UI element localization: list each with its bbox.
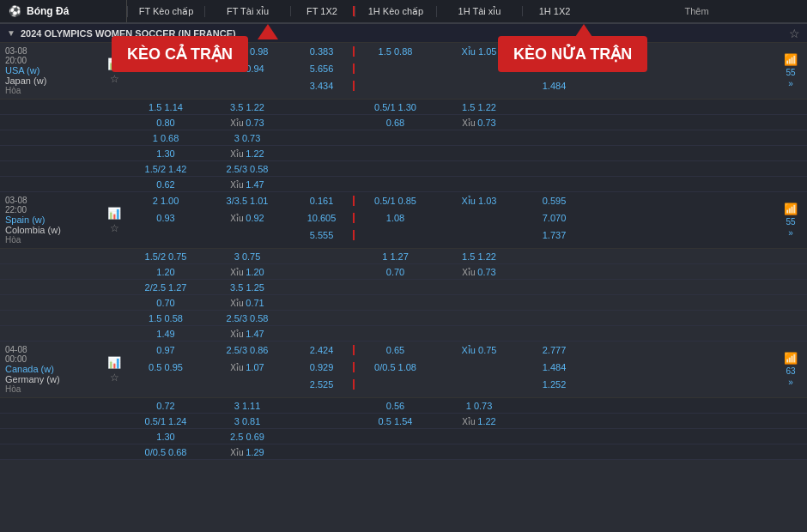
sub-ft-tai-0-3[interactable]: Xỉu 1.22 [204, 148, 290, 159]
sub-h1-tai-2-1[interactable]: Xỉu 1.22 [436, 416, 522, 426]
header-1h-taixiu[interactable]: 1H Tài xỉu [436, 6, 522, 17]
h1-keo-home-1[interactable]: 0.5/1 0.85 [355, 196, 436, 206]
sub-ft-keo-0-4[interactable]: 1.5/2 1.42 [127, 164, 204, 174]
sub-ft-tai-2-2[interactable]: 2.5 0.69 [204, 432, 290, 442]
h1-1x2-away-0[interactable]: 4.242 [522, 63, 586, 74]
sub-h1-keo-2-1[interactable]: 0.5 1.54 [355, 416, 436, 426]
ft-keo-home-1[interactable]: 2 1.00 [127, 196, 204, 206]
sub-h1-keo-2-0[interactable]: 0.56 [355, 401, 436, 411]
ft-keo-away-1[interactable]: 0.93 [127, 213, 204, 223]
sub-ft-keo-0-1[interactable]: 0.80 [127, 118, 204, 128]
chevron-right-icon-0[interactable]: » [788, 79, 793, 88]
h1-1x2-home-0[interactable]: 0.909 [522, 46, 586, 57]
sub-ft-keo-0-2[interactable]: 1 0.68 [127, 133, 204, 143]
header-ft-keochap[interactable]: FT Kèo chấp [127, 6, 204, 17]
sub-h1-tai-0-0[interactable]: 1.5 1.22 [436, 102, 522, 112]
h1-tai-home-0[interactable]: Xỉu 1.05 [436, 46, 522, 57]
sub-ft-keo-2-1[interactable]: 0.5/1 1.24 [127, 416, 204, 426]
sub-ft-keo-1-2[interactable]: 2/2.5 1.27 [127, 282, 204, 293]
sub-ft-tai-0-4[interactable]: 2.5/3 0.58 [204, 164, 290, 174]
ft-1x2-away-2[interactable]: 0.929 [290, 362, 355, 372]
stats-icon-0[interactable]: 📊 [107, 57, 121, 70]
h1-keo-away-2[interactable]: 0/0.5 1.08 [355, 362, 436, 372]
h1-keo-home-2[interactable]: 0.65 [355, 345, 436, 355]
count-badge-1[interactable]: 📶 55 » [774, 192, 807, 248]
sub-ft-tai-1-0[interactable]: 3 0.75 [204, 251, 290, 262]
sub-ft-keo-0-3[interactable]: 1.30 [127, 148, 204, 159]
ft-tai-away-2[interactable]: Xỉu 1.07 [204, 362, 290, 372]
star-icon[interactable]: ☆ [789, 27, 800, 40]
sub-ft-keo-1-0[interactable]: 1.5/2 0.75 [127, 251, 204, 262]
team-home-2[interactable]: Canada (w) [5, 364, 98, 374]
star-icon-1[interactable]: ☆ [110, 222, 119, 234]
stats-icon-1[interactable]: 📊 [107, 207, 121, 220]
star-icon-0[interactable]: ☆ [110, 73, 119, 85]
ft-1x2-away-0[interactable]: 5.656 [290, 63, 355, 74]
ft-1x2-draw-2[interactable]: 2.525 [290, 379, 355, 390]
sub-ft-keo-2-0[interactable]: 0.72 [127, 401, 204, 411]
sub-h1-tai-0-1[interactable]: Xỉu 0.73 [436, 118, 522, 128]
chevron-right-icon-2[interactable]: » [788, 378, 793, 387]
sub-ft-keo-2-2[interactable]: 1.30 [127, 432, 204, 442]
header-them[interactable]: Thêm [586, 6, 807, 16]
sub-ft-tai-2-3[interactable]: Xỉu 1.29 [204, 447, 290, 457]
sub-ft-tai-0-5[interactable]: Xỉu 1.47 [204, 179, 290, 190]
ft-tai-home-1[interactable]: 3/3.5 1.01 [204, 196, 290, 206]
sub-ft-tai-1-4[interactable]: 2.5/3 0.58 [204, 313, 290, 323]
sub-ft-tai-2-1[interactable]: 3 0.81 [204, 416, 290, 426]
sub-ft-tai-0-0[interactable]: 3.5 1.22 [204, 102, 290, 112]
ft-keo-home-0[interactable]: 1/1.5 0.90 [127, 46, 204, 57]
team-home-1[interactable]: Spain (w) [5, 215, 98, 225]
h1-1x2-draw-2[interactable]: 1.252 [522, 379, 586, 390]
h1-tai-home-2[interactable]: Xỉu 0.75 [436, 345, 522, 356]
h1-1x2-draw-0[interactable]: 1.484 [522, 81, 586, 91]
sub-ft-keo-0-0[interactable]: 1.5 1.14 [127, 102, 204, 112]
header-1h-keochap[interactable]: 1H Kèo chấp [355, 6, 436, 17]
sub-h1-tai-1-1[interactable]: Xỉu 0.73 [436, 267, 522, 277]
chevron-right-icon-1[interactable]: » [788, 228, 793, 238]
team-away-2[interactable]: Germany (w) [5, 374, 98, 384]
ft-1x2-draw-0[interactable]: 3.434 [290, 81, 355, 91]
ft-1x2-home-0[interactable]: 0.383 [290, 46, 355, 57]
sub-h1-keo-0-1[interactable]: 0.68 [355, 118, 436, 128]
h1-1x2-home-1[interactable]: 0.595 [522, 196, 586, 206]
sub-ft-keo-1-3[interactable]: 0.70 [127, 298, 204, 308]
sub-ft-keo-0-5[interactable]: 0.62 [127, 179, 204, 190]
count-badge-2[interactable]: 📶 63 » [774, 342, 807, 397]
ft-tai-home-2[interactable]: 2.5/3 0.86 [204, 345, 290, 355]
sub-ft-keo-1-4[interactable]: 1.5 0.58 [127, 313, 204, 323]
ft-1x2-draw-1[interactable]: 5.555 [290, 230, 355, 240]
ft-tai-away-1[interactable]: Xỉu 0.92 [204, 213, 290, 223]
ft-keo-home-2[interactable]: 0.97 [127, 345, 204, 355]
h1-keo-home-0[interactable]: 1.5 0.88 [355, 46, 436, 57]
h1-1x2-away-2[interactable]: 1.484 [522, 362, 586, 372]
sub-ft-tai-2-0[interactable]: 3 1.11 [204, 401, 290, 411]
count-badge-0[interactable]: 📶 55 » [774, 43, 807, 99]
sub-h1-tai-1-0[interactable]: 1.5 1.22 [436, 251, 522, 262]
h1-1x2-home-2[interactable]: 2.777 [522, 345, 586, 355]
h1-1x2-away-1[interactable]: 7.070 [522, 213, 586, 223]
sub-h1-keo-0-0[interactable]: 0.5/1 1.30 [355, 102, 436, 112]
sub-h1-keo-1-0[interactable]: 1 1.27 [355, 251, 436, 262]
sub-ft-tai-1-5[interactable]: Xỉu 1.47 [204, 329, 290, 339]
ft-keo-away-2[interactable]: 0.5 0.95 [127, 362, 204, 372]
sub-ft-tai-1-2[interactable]: 3.5 1.25 [204, 282, 290, 293]
sub-ft-tai-0-1[interactable]: Xỉu 0.73 [204, 118, 290, 128]
sub-ft-keo-1-1[interactable]: 1.20 [127, 267, 204, 277]
header-ft-taixiu[interactable]: FT Tài xỉu [204, 6, 290, 17]
stats-icon-2[interactable]: 📊 [107, 356, 121, 369]
ft-tai-home-0[interactable]: 3/3.5 0.98 [204, 46, 290, 57]
star-icon-2[interactable]: ☆ [110, 372, 119, 384]
ft-1x2-home-1[interactable]: 0.161 [290, 196, 355, 206]
header-1h-1x2[interactable]: 1H 1X2 [522, 6, 586, 16]
ft-1x2-away-1[interactable]: 10.605 [290, 213, 355, 223]
h1-tai-home-1[interactable]: Xỉu 1.03 [436, 196, 522, 207]
team-away-1[interactable]: Colombia (w) [5, 225, 98, 235]
sub-ft-keo-1-5[interactable]: 1.49 [127, 329, 204, 339]
team-away-0[interactable]: Japan (w) [5, 76, 98, 86]
ft-tai-away-0[interactable]: Xỉu 0.94 [204, 63, 290, 74]
h1-1x2-draw-1[interactable]: 1.737 [522, 230, 586, 240]
sub-ft-tai-1-1[interactable]: Xỉu 1.20 [204, 267, 290, 277]
ft-keo-away-0[interactable]: 1.03 [127, 63, 204, 74]
sub-h1-keo-1-1[interactable]: 0.70 [355, 267, 436, 277]
